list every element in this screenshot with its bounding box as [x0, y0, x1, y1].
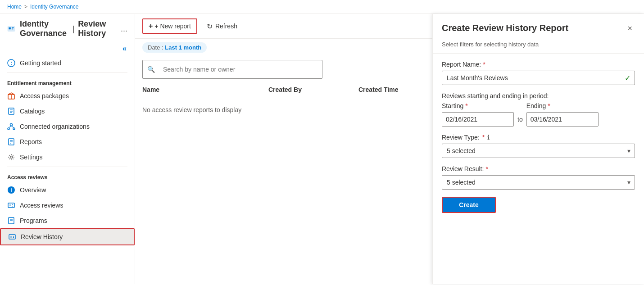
page-header: Identity Governance | Review History ... [0, 14, 135, 42]
col-header-created-time: Created Time [358, 86, 425, 93]
review-result-label: Review Result: * [442, 165, 635, 172]
required-star: * [483, 61, 485, 68]
sidebar-item-access-packages-label: Access packages [20, 92, 69, 100]
review-history-icon [8, 233, 16, 241]
sidebar-item-access-packages[interactable]: Access packages [0, 88, 135, 104]
sidebar-item-programs[interactable]: Programs [0, 213, 135, 228]
panel-header: Create Review History Report × [433, 14, 644, 38]
svg-rect-34 [13, 236, 14, 237]
sidebar-item-programs-label: Programs [20, 217, 47, 224]
settings-icon [7, 153, 15, 161]
catalog-icon [7, 107, 15, 115]
breadcrumb: Home > Identity Governance [0, 0, 644, 14]
refresh-button[interactable]: ↻ Refresh [201, 19, 243, 34]
svg-rect-1 [9, 27, 11, 30]
svg-text:i: i [10, 187, 12, 193]
new-report-button[interactable]: + + New report [142, 18, 197, 34]
table-header: Name Created By Created Time [142, 82, 425, 97]
side-panel: Create Review History Report × Select fi… [432, 14, 644, 284]
sidebar-item-settings[interactable]: Settings [0, 149, 135, 165]
search-input-wrap: 🔍 [142, 60, 322, 79]
sidebar-item-reports[interactable]: Reports [0, 134, 135, 149]
svg-line-16 [9, 126, 11, 128]
sidebar-item-getting-started[interactable]: Getting started [0, 55, 135, 71]
starting-required-star: * [465, 102, 467, 109]
table-empty-message: No access review reports to display [142, 97, 425, 122]
box-icon [7, 92, 15, 100]
sidebar-nav: Getting started Entitlement management A… [0, 55, 135, 249]
svg-line-17 [11, 126, 14, 128]
date-badge-value: Last 1 month [165, 44, 201, 51]
svg-rect-2 [12, 27, 14, 28]
sidebar-item-catalogs[interactable]: Catalogs [0, 104, 135, 119]
table-area: Name Created By Created Time No access r… [135, 82, 432, 284]
sidebar-section-access-reviews: Access reviews [0, 169, 135, 182]
svg-rect-35 [13, 237, 14, 238]
programs-icon [7, 217, 15, 225]
sidebar-item-access-reviews-label: Access reviews [20, 202, 63, 209]
sidebar-item-review-history[interactable]: Review History [0, 228, 135, 245]
new-report-label: + New report [154, 23, 191, 30]
date-row: Starting * 📅 to Ending * [442, 102, 635, 127]
period-field: Reviews starting and ending in period: S… [442, 92, 635, 127]
date-filter: Date : Last 1 month [135, 39, 432, 56]
review-type-select[interactable]: 5 selected [442, 144, 635, 158]
sidebar-item-review-history-label: Review History [21, 233, 63, 240]
ending-date-input[interactable] [527, 113, 599, 126]
sidebar-item-overview[interactable]: i Overview [0, 182, 135, 198]
review-type-required-star: * [482, 134, 485, 141]
org-icon [7, 122, 15, 131]
sidebar: Identity Governance | Review History ...… [0, 14, 135, 284]
search-bar: 🔍 [135, 56, 432, 82]
panel-title: Create Review History Report [442, 23, 568, 33]
sidebar-item-catalogs-label: Catalogs [20, 108, 45, 115]
starting-group: Starting * 📅 [442, 102, 514, 127]
ending-group: Ending * 📅 [526, 102, 599, 127]
sidebar-collapse-button[interactable]: « [120, 44, 129, 54]
ending-date-wrap: 📅 [526, 112, 599, 127]
sidebar-item-reports-label: Reports [20, 138, 42, 145]
to-label: to [517, 116, 523, 127]
page-header-ellipsis[interactable]: ... [121, 24, 127, 34]
review-result-select[interactable]: 5 selected [442, 175, 635, 190]
col-header-name: Name [142, 86, 268, 93]
period-label: Reviews starting and ending in period: [442, 92, 635, 100]
access-reviews-icon [7, 201, 15, 209]
report-name-check: ✓ [625, 74, 630, 82]
sidebar-section-entitlement: Entitlement management [0, 75, 135, 88]
sidebar-item-overview-label: Overview [20, 186, 46, 194]
report-name-input-wrap: ✓ [442, 71, 635, 85]
toolbar: + + New report ↻ Refresh [135, 14, 432, 39]
svg-rect-27 [12, 204, 13, 205]
breadcrumb-sep: > [24, 4, 27, 10]
report-name-label: Report Name: * [442, 61, 635, 68]
breadcrumb-current: Identity Governance [30, 4, 78, 10]
create-button[interactable]: Create [442, 197, 496, 213]
svg-rect-26 [9, 204, 11, 206]
starting-date-input[interactable] [442, 113, 514, 126]
refresh-label: Refresh [215, 23, 237, 30]
refresh-icon: ↻ [207, 22, 213, 31]
report-name-input[interactable] [442, 71, 635, 85]
svg-rect-28 [12, 206, 13, 207]
date-badge[interactable]: Date : Last 1 month [142, 42, 207, 53]
panel-subtitle: Select filters for selecting history dat… [433, 38, 644, 54]
starting-label: Starting * [442, 102, 514, 109]
page-title-sub: Review History [78, 19, 114, 38]
svg-point-13 [10, 124, 13, 126]
svg-point-6 [11, 64, 12, 65]
review-result-required-star: * [485, 165, 488, 172]
sidebar-item-connected-organizations[interactable]: Connected organizations [0, 119, 135, 134]
search-input[interactable] [159, 63, 317, 76]
review-type-info-icon[interactable]: ℹ [487, 134, 490, 141]
sidebar-item-access-reviews[interactable]: Access reviews [0, 198, 135, 213]
panel-close-button[interactable]: × [625, 23, 635, 34]
review-type-field: Review Type: * ℹ 5 selected ▾ [442, 134, 635, 158]
breadcrumb-home[interactable]: Home [7, 4, 22, 10]
identity-governance-icon [7, 25, 15, 33]
content-area: + + New report ↻ Refresh Date : Last 1 m… [135, 14, 432, 284]
svg-rect-33 [10, 236, 12, 238]
review-result-field: Review Result: * 5 selected ▾ [442, 165, 635, 190]
create-button-wrap: Create [442, 197, 635, 213]
svg-rect-3 [12, 28, 13, 29]
